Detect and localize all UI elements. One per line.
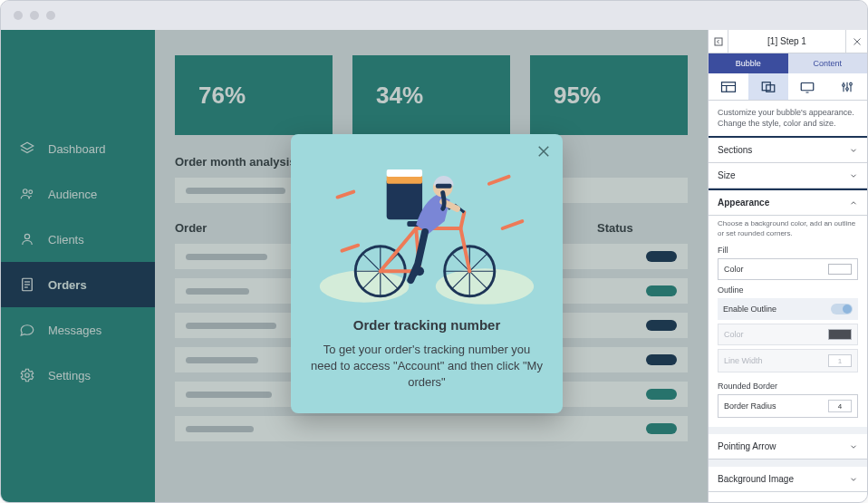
panel-title: [1] Step 1: [728, 36, 845, 46]
color-label: Color: [724, 265, 744, 274]
svg-rect-28: [387, 169, 422, 177]
stat-value: 95%: [554, 82, 601, 110]
appearance-icon: [760, 81, 776, 93]
close-button[interactable]: [535, 143, 552, 160]
modal-body: To get your order's tracking number you …: [311, 342, 543, 392]
chat-icon: [19, 322, 35, 338]
svg-point-1: [24, 189, 28, 194]
sidebar-item-clients[interactable]: Clients: [1, 217, 155, 262]
gear-icon: [19, 367, 35, 383]
accordion-label: Pointing Arrow: [718, 441, 776, 451]
browser-chrome: [1, 1, 867, 30]
border-radius-label: Border Radius: [724, 401, 776, 411]
toggle-switch: [831, 304, 853, 314]
table-row[interactable]: [175, 416, 688, 441]
accordion-sections[interactable]: Sections: [709, 138, 867, 163]
status-badge: [646, 423, 677, 434]
sidebar-item-messages[interactable]: Messages: [1, 307, 155, 353]
chevron-down-icon: [849, 475, 858, 484]
svg-rect-30: [436, 184, 452, 189]
svg-rect-34: [721, 82, 735, 92]
svg-point-46: [850, 82, 853, 85]
properties-panel: [1] Step 1 Bubble Content: [708, 30, 867, 502]
sidebar-item-label: Orders: [48, 278, 87, 292]
icon-tab-display[interactable]: [788, 73, 828, 100]
svg-rect-26: [387, 179, 422, 219]
appearance-body: Choose a background color, add an outlin…: [709, 216, 867, 427]
enable-outline-toggle[interactable]: Enable Outline: [718, 298, 858, 320]
tab-content[interactable]: Content: [788, 53, 868, 73]
svg-point-2: [29, 190, 33, 194]
border-radius-value: 4: [828, 400, 852, 412]
line-width-label: Line Width: [724, 356, 763, 365]
panel-close-button[interactable]: [845, 30, 867, 53]
color-label: Color: [724, 330, 744, 339]
sliders-icon: [840, 80, 854, 94]
fill-color-picker[interactable]: Color: [718, 258, 858, 280]
status-badge: [646, 251, 677, 262]
chevron-down-icon: [849, 171, 858, 180]
svg-rect-39: [802, 82, 815, 90]
tab-bubble[interactable]: Bubble: [709, 53, 788, 73]
tooltip-bubble: Order tracking number To get your order'…: [291, 134, 563, 413]
stat-value: 34%: [376, 82, 423, 110]
icon-tab-layout[interactable]: [709, 73, 748, 100]
document-icon: [19, 276, 35, 293]
layout-icon: [720, 81, 737, 93]
line-width-value: 1: [828, 354, 852, 367]
accordion-label: Background Image: [718, 474, 794, 484]
svg-point-45: [846, 87, 849, 90]
rounded-label: Rounded Border: [718, 382, 858, 391]
status-badge: [646, 354, 677, 365]
line-width-field: Line Width 1: [718, 349, 858, 372]
close-icon: [852, 36, 863, 47]
window-dot: [14, 11, 23, 20]
sidebar-item-label: Messages: [48, 324, 101, 337]
icon-tab-sliders[interactable]: [827, 73, 867, 100]
stat-value: 76%: [198, 82, 246, 110]
border-radius-field[interactable]: Border Radius 4: [718, 394, 858, 418]
svg-point-44: [843, 83, 845, 86]
accordion-label: Appearance: [718, 198, 769, 208]
accordion-label: Sections: [718, 145, 752, 155]
accordion-background-image[interactable]: Background Image: [709, 467, 867, 492]
layers-icon: [19, 140, 35, 157]
sidebar-item-settings[interactable]: Settings: [1, 353, 155, 398]
svg-marker-0: [21, 142, 34, 150]
sidebar-item-label: Settings: [48, 369, 91, 382]
close-icon: [535, 143, 552, 160]
fill-label: Fill: [718, 246, 858, 255]
svg-point-3: [24, 234, 29, 238]
browser-window: Dashboard Audience Clients Orders Messag…: [0, 0, 868, 503]
status-badge: [646, 285, 677, 296]
sidebar-item-audience[interactable]: Audience: [1, 171, 155, 217]
user-icon: [19, 231, 35, 247]
accordion-pointing-arrow[interactable]: Pointing Arrow: [709, 434, 867, 459]
panel-back-button[interactable]: [709, 30, 728, 53]
icon-tab-appearance[interactable]: [748, 73, 788, 100]
window-dot: [30, 11, 39, 20]
chevron-down-icon: [849, 146, 858, 155]
panel-description: Customize your bubble's appearance. Chan…: [709, 101, 867, 138]
stat-card: 95%: [530, 55, 688, 135]
sidebar-item-dashboard[interactable]: Dashboard: [1, 126, 155, 171]
accordion-appearance[interactable]: Appearance: [709, 189, 867, 216]
outline-color-picker: Color: [718, 324, 858, 345]
back-icon: [713, 36, 724, 47]
sidebar-item-orders[interactable]: Orders: [1, 262, 155, 307]
sidebar-item-label: Dashboard: [48, 142, 106, 156]
status-badge: [646, 320, 677, 331]
status-badge: [646, 389, 677, 400]
appearance-desc: Choose a background color, add an outlin…: [718, 219, 858, 238]
stat-card: 76%: [175, 55, 333, 135]
color-swatch: [828, 264, 852, 275]
toggle-label: Enable Outline: [723, 305, 776, 314]
color-swatch: [828, 329, 852, 340]
svg-point-8: [25, 373, 30, 378]
stat-card: 34%: [352, 55, 510, 135]
display-icon: [799, 81, 815, 93]
illustration: [311, 147, 543, 310]
accordion-size[interactable]: Size: [709, 163, 867, 189]
sidebar: Dashboard Audience Clients Orders Messag…: [1, 30, 155, 502]
accordion-label: Size: [718, 170, 735, 180]
